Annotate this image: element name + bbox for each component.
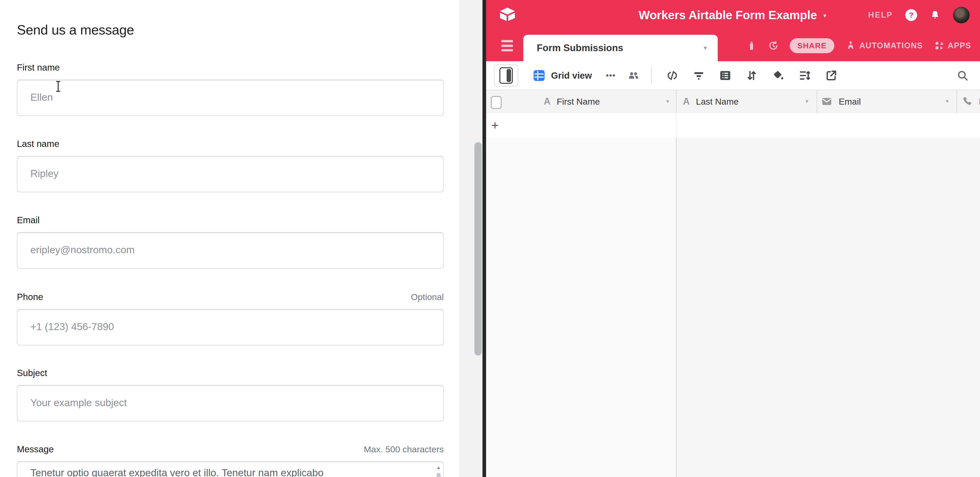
column-caret-icon[interactable]: ▼ — [945, 90, 950, 113]
automations-label: AUTOMATIONS — [859, 41, 923, 50]
last-name-label: Last name — [17, 138, 59, 149]
field-phone: PhoneOptional +1 (123) 456-7890 — [17, 291, 444, 345]
first-name-label: First name — [17, 62, 60, 73]
window-divider — [482, 0, 486, 477]
scroll-up-arrow-icon[interactable]: ▲ — [435, 464, 442, 471]
group-icon[interactable] — [719, 70, 731, 81]
column-divider[interactable] — [957, 90, 957, 114]
column-name: First Name — [557, 97, 600, 107]
share-button[interactable]: SHARE — [790, 38, 835, 53]
sort-icon[interactable] — [746, 70, 758, 81]
menu-icon[interactable] — [501, 40, 513, 51]
textarea-scrollbar[interactable]: ▲ — [435, 464, 442, 477]
column-caret-icon[interactable]: ▼ — [805, 90, 810, 113]
airtable-viewbar: Form Submissions ▼ SHARE — [486, 30, 980, 61]
hide-fields-icon[interactable] — [666, 70, 678, 81]
message-max-chars-note: Max. 500 characters — [364, 444, 444, 455]
field-email: Email eripley@nostromo.com — [17, 214, 444, 269]
collaborators-icon[interactable] — [628, 70, 640, 81]
column-header-email[interactable]: Email — [821, 90, 861, 113]
column-header-first-name[interactable]: A First Name — [544, 90, 600, 113]
phone-input[interactable]: +1 (123) 456-7890 — [17, 309, 444, 345]
filter-icon[interactable] — [693, 70, 705, 81]
notifications-bell-icon[interactable] — [930, 10, 940, 21]
last-name-input[interactable]: Ripley — [17, 156, 444, 192]
view-toolbar: Grid view ••• — [486, 61, 980, 90]
column-divider — [676, 113, 676, 138]
select-all-checkbox[interactable] — [491, 96, 502, 109]
table-tab-form-submissions[interactable]: Form Submissions ▼ — [523, 35, 718, 61]
column-divider[interactable] — [676, 90, 676, 114]
phone-label: Phone — [17, 291, 43, 303]
subject-input[interactable]: Your example subject — [17, 385, 444, 422]
email-input[interactable]: eripley@nostromo.com — [17, 232, 444, 269]
base-title-caret-icon[interactable]: ▼ — [822, 13, 827, 19]
airtable-topbar: Workers Airtable Form Example ▼ HELP ? — [486, 0, 980, 30]
envelope-icon — [821, 96, 832, 107]
field-message: MessageMax. 500 characters Tenetur optio… — [17, 444, 444, 477]
apps-label: APPS — [948, 41, 971, 50]
message-label: Message — [17, 444, 54, 455]
column-name: Phone — [979, 97, 980, 107]
base-title[interactable]: Workers Airtable Form Example — [638, 8, 817, 22]
column-header-phone[interactable]: Phone — [961, 90, 980, 113]
add-record-row[interactable]: + — [486, 113, 980, 138]
column-name: Email — [839, 97, 861, 107]
message-text: Tenetur optio quaerat expedita vero et i… — [30, 467, 428, 477]
table-tab-caret-icon[interactable]: ▼ — [703, 35, 708, 61]
add-record-plus-icon[interactable]: + — [491, 113, 499, 137]
viewbar-right-cluster: SHARE AUTOMATIONS — [746, 30, 971, 61]
airtable-pane: Workers Airtable Form Example ▼ HELP ? F… — [486, 0, 980, 477]
apps-icon — [934, 40, 945, 51]
search-icon[interactable] — [957, 70, 969, 81]
help-button[interactable]: HELP — [868, 10, 893, 20]
view-sidebar-toggle-button[interactable] — [494, 64, 518, 87]
automations-icon — [845, 40, 856, 51]
column-header-row: A First Name ▼ A Last Name ▼ Email ▼ — [486, 90, 980, 114]
message-textarea[interactable]: Tenetur optio quaerat expedita vero et i… — [17, 461, 444, 477]
column-divider[interactable] — [817, 90, 817, 114]
view-more-icon[interactable]: ••• — [606, 71, 616, 80]
field-last-name: Last name Ripley — [17, 138, 444, 192]
subject-label: Subject — [17, 367, 47, 379]
app: Send us a message First name Ellen Last … — [0, 0, 980, 477]
sidebar-toggle-icon — [500, 67, 513, 84]
history-icon[interactable] — [768, 40, 779, 51]
grid-empty-area-left — [486, 138, 676, 477]
contact-form-pane: Send us a message First name Ellen Last … — [0, 0, 459, 477]
column-name: Last Name — [696, 97, 738, 107]
help-question-icon[interactable]: ? — [905, 9, 917, 21]
topbar-right-cluster: HELP ? — [868, 0, 970, 30]
row-height-icon[interactable] — [799, 70, 811, 81]
email-label: Email — [17, 214, 40, 226]
grid-empty-area-right — [676, 138, 980, 477]
toolbar-divider — [651, 68, 652, 84]
fill-color-icon[interactable] — [772, 70, 784, 81]
text-cursor-icon — [58, 81, 59, 92]
text-field-icon: A — [683, 96, 690, 107]
phone-optional-note: Optional — [411, 291, 444, 303]
grid-view-icon[interactable] — [533, 69, 545, 82]
field-first-name: First name Ellen — [17, 62, 444, 116]
form-title: Send us a message — [17, 22, 134, 38]
user-avatar[interactable] — [953, 7, 970, 23]
view-name[interactable]: Grid view — [551, 70, 592, 81]
automations-button[interactable]: AUTOMATIONS — [845, 40, 923, 51]
page-scrollbar-thumb[interactable] — [474, 142, 482, 355]
phone-icon — [961, 96, 973, 107]
first-name-input[interactable]: Ellen — [17, 80, 444, 116]
textarea-scroll-thumb[interactable] — [436, 473, 441, 477]
table-tab-label: Form Submissions — [537, 35, 623, 61]
apps-button[interactable]: APPS — [934, 40, 971, 51]
column-header-last-name[interactable]: A Last Name — [683, 90, 738, 113]
share-view-icon[interactable] — [825, 70, 837, 81]
page-scrollbar-track[interactable] — [459, 0, 483, 477]
field-subject: Subject Your example subject — [17, 367, 444, 422]
column-caret-icon[interactable]: ▼ — [665, 90, 670, 113]
trash-icon[interactable] — [746, 40, 757, 51]
text-field-icon: A — [544, 96, 550, 107]
